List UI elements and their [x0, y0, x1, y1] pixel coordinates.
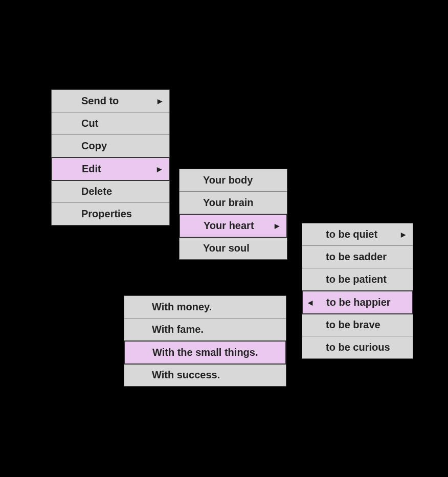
menu-items: With money.With fame.With the small thin…: [124, 296, 286, 386]
menu-item-label: Your heart: [204, 220, 270, 232]
menu-item[interactable]: Properties: [52, 203, 169, 225]
context-menu-main: Send to▶CutCopyEdit▶DeleteProperties: [51, 89, 170, 225]
submenu-arrow-right-icon: ▶: [401, 231, 406, 238]
menu-item[interactable]: Copy: [52, 135, 169, 157]
menu-item-label: to be sadder: [326, 251, 406, 263]
menu-item-label: to be patient: [326, 274, 406, 285]
menu-items: Your bodyYour brainYour heart▶Your soul: [180, 169, 287, 259]
menu-item-label: Your soul: [203, 242, 280, 254]
menu-items: Send to▶CutCopyEdit▶DeleteProperties: [52, 90, 169, 225]
submenu-arrow-left-icon: ◀: [308, 299, 312, 306]
context-menu-edit: Your bodyYour brainYour heart▶Your soul: [179, 169, 287, 260]
menu-item-label: Properties: [81, 208, 162, 220]
menu-item[interactable]: Cut: [52, 112, 169, 135]
menu-item-label: Cut: [81, 118, 162, 129]
menu-item[interactable]: With fame.: [124, 319, 286, 341]
menu-item[interactable]: Your soul: [180, 237, 287, 259]
menu-item[interactable]: to be sadder: [302, 246, 413, 268]
menu-item-label: to be brave: [326, 319, 406, 331]
menu-item[interactable]: Delete: [52, 180, 169, 203]
menu-item[interactable]: With the small things.: [124, 340, 286, 365]
menu-item[interactable]: Your body: [180, 169, 287, 192]
menu-item[interactable]: to be curious: [302, 336, 413, 358]
menu-item-label: to be happier: [326, 297, 405, 308]
menu-item[interactable]: With success.: [124, 364, 286, 386]
menu-item[interactable]: ◀to be happier: [302, 290, 413, 314]
menu-item-label: Edit: [82, 163, 152, 175]
menu-item-label: to be quiet: [326, 229, 396, 240]
menu-item[interactable]: to be patient: [302, 268, 413, 291]
menu-item[interactable]: Edit▶: [51, 157, 170, 181]
menu-item[interactable]: to be quiet▶: [302, 223, 413, 246]
menu-item[interactable]: Send to▶: [52, 90, 169, 112]
menu-item-label: Copy: [81, 140, 162, 152]
menu-item[interactable]: With money.: [124, 296, 286, 319]
menu-item-label: With money.: [152, 301, 279, 313]
menu-item-label: Send to: [81, 95, 152, 107]
menu-item-label: Delete: [81, 186, 162, 197]
submenu-arrow-right-icon: ▶: [158, 98, 162, 105]
menu-items: to be quiet▶to be sadderto be patient◀to…: [302, 223, 413, 358]
menu-item-label: Your brain: [203, 197, 280, 209]
menu-item-label: to be curious: [326, 342, 406, 353]
menu-item-label: With the small things.: [152, 347, 278, 358]
menu-item-label: With success.: [152, 369, 279, 381]
submenu-arrow-right-icon: ▶: [157, 166, 162, 173]
submenu-arrow-right-icon: ▶: [275, 222, 279, 230]
menu-item[interactable]: Your heart▶: [179, 214, 287, 238]
context-menu-happier: With money.With fame.With the small thin…: [124, 296, 286, 387]
menu-item[interactable]: to be brave: [302, 314, 413, 336]
context-menu-heart: to be quiet▶to be sadderto be patient◀to…: [302, 223, 413, 359]
menu-item[interactable]: Your brain: [180, 192, 287, 214]
menu-item-label: Your body: [203, 174, 280, 186]
menu-item-label: With fame.: [152, 324, 279, 335]
